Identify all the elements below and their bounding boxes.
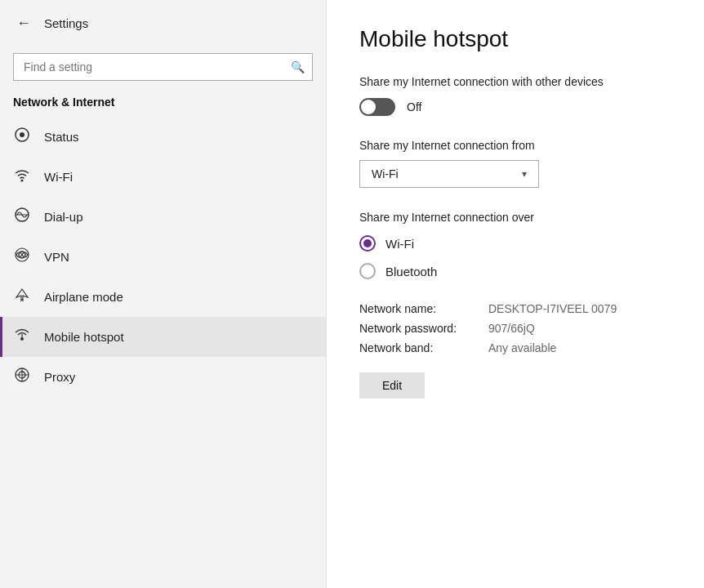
sidebar-item-status[interactable]: Status	[0, 117, 326, 157]
network-password-row: Network password: 907/66jQ	[359, 322, 671, 335]
network-name-key: Network name:	[359, 302, 482, 315]
search-box: 🔍	[13, 53, 313, 81]
share-from-section: Share my Internet connection from Wi-Fi …	[359, 139, 671, 188]
svg-point-2	[21, 180, 24, 182]
network-band-row: Network band: Any available	[359, 341, 671, 354]
share-from-value: Wi-Fi	[372, 167, 399, 180]
sidebar-item-hotspot[interactable]: Mobile hotspot	[0, 317, 326, 357]
share-from-label: Share my Internet connection from	[359, 139, 671, 152]
main-content: Mobile hotspot Share my Internet connect…	[327, 0, 704, 588]
sidebar-item-label: Status	[44, 130, 79, 144]
hotspot-icon	[13, 327, 31, 347]
sidebar-item-label: VPN	[44, 250, 69, 264]
sidebar-item-label: Wi-Fi	[44, 170, 73, 184]
sidebar-item-label: Dial-up	[44, 210, 83, 224]
network-password-key: Network password:	[359, 322, 482, 335]
network-band-key: Network band:	[359, 341, 482, 354]
section-label: Network & Internet	[0, 91, 326, 117]
radio-option-wifi[interactable]: Wi-Fi	[359, 235, 671, 252]
proxy-icon	[13, 367, 31, 387]
share-from-dropdown[interactable]: Wi-Fi ▾	[359, 160, 539, 188]
share-over-section: Share my Internet connection over Wi-Fi …	[359, 211, 671, 279]
chevron-down-icon: ▾	[522, 168, 527, 180]
edit-button[interactable]: Edit	[359, 372, 425, 399]
network-band-value: Any available	[488, 341, 556, 354]
sidebar-header: ← Settings	[0, 0, 326, 47]
sidebar-item-vpn[interactable]: VPN	[0, 237, 326, 277]
sidebar-item-proxy[interactable]: Proxy	[0, 357, 326, 397]
hotspot-toggle[interactable]	[359, 98, 395, 116]
sidebar-item-dialup[interactable]: Dial-up	[0, 197, 326, 237]
share-connection-desc: Share my Internet connection with other …	[359, 75, 671, 88]
sidebar-item-wifi[interactable]: Wi-Fi	[0, 157, 326, 197]
svg-point-1	[20, 132, 25, 137]
network-info: Network name: DESKTOP-I7IVEEL 0079 Netwo…	[359, 302, 671, 399]
back-icon: ←	[16, 15, 31, 32]
network-password-value: 907/66jQ	[488, 322, 535, 335]
back-button[interactable]: ←	[13, 11, 34, 35]
wifi-icon	[13, 167, 31, 187]
page-title: Mobile hotspot	[359, 26, 671, 52]
search-input[interactable]	[13, 53, 313, 81]
vpn-icon	[13, 247, 31, 267]
toggle-row: Off	[359, 98, 671, 116]
dialup-icon	[13, 207, 31, 227]
share-connection-section: Share my Internet connection with other …	[359, 75, 671, 116]
radio-wifi-circle	[359, 235, 376, 252]
search-icon: 🔍	[291, 60, 305, 74]
network-name-row: Network name: DESKTOP-I7IVEEL 0079	[359, 302, 671, 315]
toggle-knob	[361, 100, 376, 114]
radio-bluetooth-circle	[359, 263, 376, 279]
sidebar-item-label: Mobile hotspot	[44, 330, 124, 344]
radio-wifi-dot	[363, 239, 372, 247]
radio-bluetooth-label: Bluetooth	[385, 265, 437, 278]
network-name-value: DESKTOP-I7IVEEL 0079	[488, 302, 617, 315]
sidebar-item-airplane[interactable]: Airplane mode	[0, 277, 326, 317]
share-over-label: Share my Internet connection over	[359, 211, 671, 224]
svg-point-7	[20, 337, 24, 341]
radio-option-bluetooth[interactable]: Bluetooth	[359, 263, 671, 279]
radio-wifi-label: Wi-Fi	[385, 237, 414, 251]
sidebar-item-label: Airplane mode	[44, 290, 123, 304]
sidebar-item-label: Proxy	[44, 370, 75, 384]
status-icon	[13, 127, 31, 147]
settings-title: Settings	[44, 16, 88, 30]
sidebar: ← Settings 🔍 Network & Internet Status W…	[0, 0, 327, 588]
toggle-state-label: Off	[407, 100, 421, 114]
airplane-icon	[13, 287, 31, 307]
